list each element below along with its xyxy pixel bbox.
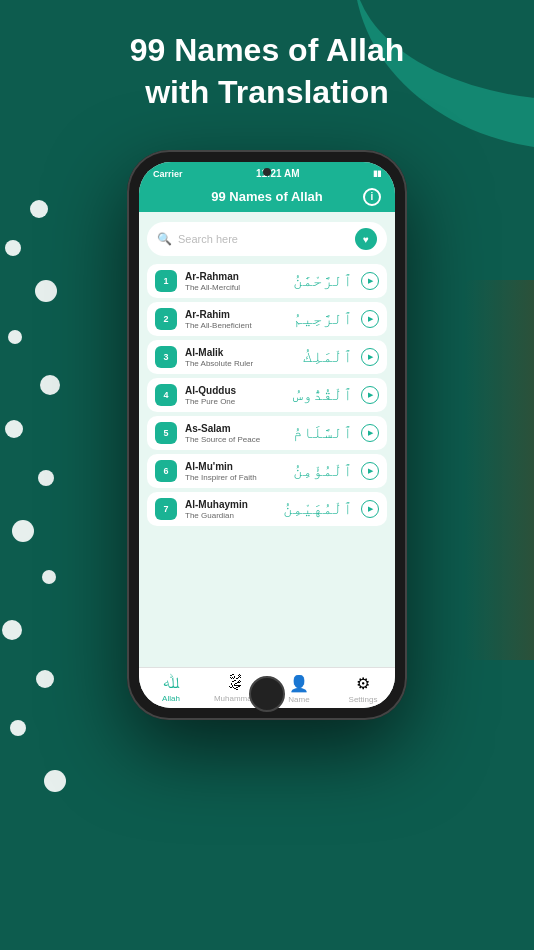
tab-settings[interactable]: ⚙ Settings: [331, 674, 395, 704]
name-arabic: ٱلرَّحِيمُ: [293, 310, 353, 328]
name-meaning: The Inspirer of Faith: [185, 473, 285, 482]
name-english: As-Salam: [185, 423, 285, 434]
name-english: Al-Muhaymin: [185, 499, 275, 510]
muhammad-tab-icon: ﷴ: [227, 674, 243, 692]
name-text-block: Al-Malik The Absolute Ruler: [185, 347, 295, 368]
name-arabic: ٱلْمُؤْمِنُ: [293, 462, 353, 480]
play-button[interactable]: ▶: [361, 424, 379, 442]
name-text-block: Al-Mu'min The Inspirer of Faith: [185, 461, 285, 482]
nav-title: 99 Names of Allah: [211, 189, 323, 204]
name-meaning: The Source of Peace: [185, 435, 285, 444]
settings-tab-label: Settings: [349, 695, 378, 704]
search-input[interactable]: Search here: [178, 233, 355, 245]
bookmark-icon[interactable]: ♥: [355, 228, 377, 250]
name-arabic: ٱلسَّلَامُ: [293, 424, 353, 442]
name-number: 4: [155, 384, 177, 406]
name-meaning: The Pure One: [185, 397, 285, 406]
phone-screen: Carrier 11:21 AM ▮▮ 99 Names of Allah i …: [139, 162, 395, 708]
list-item[interactable]: 4 Al-Quddus The Pure One ٱلْقُدُّوسُ ▶: [147, 378, 387, 412]
play-button[interactable]: ▶: [361, 310, 379, 328]
name-tab-icon: 👤: [289, 674, 309, 693]
phone-mockup: Carrier 11:21 AM ▮▮ 99 Names of Allah i …: [127, 150, 407, 720]
search-bar[interactable]: 🔍 Search here ♥: [147, 222, 387, 256]
battery-icon: ▮▮: [373, 169, 381, 178]
header-line2: with Translation: [145, 74, 389, 110]
list-item[interactable]: 7 Al-Muhaymin The Guardian ٱلْمُهَيْمِنُ…: [147, 492, 387, 526]
allah-tab-label: Allah: [162, 694, 180, 703]
play-button[interactable]: ▶: [361, 348, 379, 366]
play-button[interactable]: ▶: [361, 462, 379, 480]
name-number: 1: [155, 270, 177, 292]
name-number: 5: [155, 422, 177, 444]
name-text-block: Ar-Rahim The All-Beneficient: [185, 309, 285, 330]
settings-tab-icon: ⚙: [356, 674, 370, 693]
name-text-block: Al-Muhaymin The Guardian: [185, 499, 275, 520]
name-meaning: The All-Beneficient: [185, 321, 285, 330]
decorative-dots: [0, 200, 80, 800]
main-content: 🔍 Search here ♥ 1 Ar-Rahman The All-Merc…: [139, 212, 395, 667]
header-line1: 99 Names of Allah: [130, 32, 404, 68]
right-decoration: [464, 280, 534, 660]
name-meaning: The Absolute Ruler: [185, 359, 295, 368]
name-english: Al-Malik: [185, 347, 295, 358]
name-arabic: ٱلْمُهَيْمِنُ: [283, 500, 353, 518]
name-english: Ar-Rahim: [185, 309, 285, 320]
name-text-block: As-Salam The Source of Peace: [185, 423, 285, 444]
info-button[interactable]: i: [363, 188, 381, 206]
name-number: 3: [155, 346, 177, 368]
play-button[interactable]: ▶: [361, 386, 379, 404]
name-text-block: Al-Quddus The Pure One: [185, 385, 285, 406]
name-arabic: ٱلرَّحْمَٰنُ: [293, 272, 353, 290]
search-icon: 🔍: [157, 232, 172, 246]
page-header: 99 Names of Allah with Translation: [0, 30, 534, 113]
phone-home-button: [249, 676, 285, 712]
phone-frame: Carrier 11:21 AM ▮▮ 99 Names of Allah i …: [127, 150, 407, 720]
name-number: 2: [155, 308, 177, 330]
name-english: Ar-Rahman: [185, 271, 285, 282]
name-text-block: Ar-Rahman The All-Merciful: [185, 271, 285, 292]
name-arabic: ٱلْمَلِكُ: [303, 348, 353, 366]
carrier-label: Carrier: [153, 169, 183, 179]
name-meaning: The All-Merciful: [185, 283, 285, 292]
name-arabic: ٱلْقُدُّوسُ: [293, 386, 353, 404]
names-list: 1 Ar-Rahman The All-Merciful ٱلرَّحْمَٰن…: [147, 264, 387, 667]
play-button[interactable]: ▶: [361, 500, 379, 518]
name-english: Al-Mu'min: [185, 461, 285, 472]
name-tab-label: Name: [288, 695, 309, 704]
list-item[interactable]: 3 Al-Malik The Absolute Ruler ٱلْمَلِكُ …: [147, 340, 387, 374]
status-icons: ▮▮: [373, 169, 381, 178]
list-item[interactable]: 1 Ar-Rahman The All-Merciful ٱلرَّحْمَٰن…: [147, 264, 387, 298]
allah-tab-icon: ﷲ: [163, 674, 179, 692]
phone-camera: [263, 168, 271, 176]
list-item[interactable]: 2 Ar-Rahim The All-Beneficient ٱلرَّحِيم…: [147, 302, 387, 336]
list-item[interactable]: 5 As-Salam The Source of Peace ٱلسَّلَام…: [147, 416, 387, 450]
play-button[interactable]: ▶: [361, 272, 379, 290]
name-meaning: The Guardian: [185, 511, 275, 520]
name-number: 6: [155, 460, 177, 482]
name-english: Al-Quddus: [185, 385, 285, 396]
name-number: 7: [155, 498, 177, 520]
list-item[interactable]: 6 Al-Mu'min The Inspirer of Faith ٱلْمُؤ…: [147, 454, 387, 488]
tab-allah[interactable]: ﷲ Allah: [139, 674, 203, 704]
nav-bar: 99 Names of Allah i: [139, 183, 395, 212]
